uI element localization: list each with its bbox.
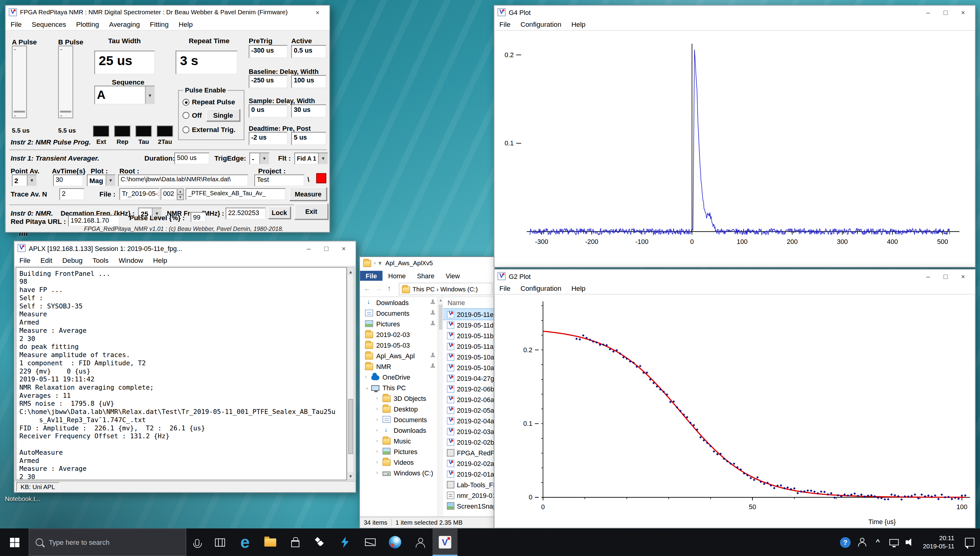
clock[interactable]: 20:11 2019-05-11 bbox=[919, 534, 959, 550]
store-icon[interactable] bbox=[282, 529, 307, 556]
file-row[interactable]: FPGA_RedPitaya bbox=[443, 447, 495, 458]
project-value[interactable]: Test bbox=[255, 175, 304, 186]
scroll-up-icon[interactable]: ▲ bbox=[347, 268, 354, 275]
b-pulse-slider[interactable] bbox=[58, 45, 73, 118]
aplx-titlebar[interactable]: APLX [192.168.1.133] Session 1: 2019-05-… bbox=[14, 241, 356, 255]
sequence-select[interactable]: A ▼ bbox=[94, 86, 155, 105]
tree-item-videos[interactable]: ›Videos bbox=[360, 457, 437, 467]
close-icon[interactable]: × bbox=[954, 270, 972, 283]
a-pulse-slider[interactable] bbox=[12, 45, 27, 118]
file-row[interactable]: nmr_2019-01-28 bbox=[443, 490, 495, 500]
sidebar-item-pictures[interactable]: Pictures bbox=[360, 318, 437, 329]
single-button[interactable]: Single bbox=[206, 109, 240, 121]
aplx-scrollbar[interactable]: ▲ ▼ bbox=[347, 267, 355, 480]
column-header-name[interactable]: Name bbox=[443, 297, 495, 309]
maximize-icon[interactable]: □ bbox=[318, 241, 335, 255]
tree-item-pictures[interactable]: ›Pictures bbox=[360, 446, 437, 457]
qat-dropdown-icon[interactable]: ▾ bbox=[379, 259, 382, 266]
chevron-down-icon[interactable]: ▼ bbox=[105, 175, 115, 186]
sidebar-item-documents[interactable]: Documents bbox=[360, 308, 437, 318]
mail-icon[interactable] bbox=[358, 529, 382, 556]
tree-item-onedrive[interactable]: ›OneDrive bbox=[360, 372, 437, 382]
root-value[interactable]: C:\home\jbww\Data.lab\NMR\Relax.dat\ bbox=[118, 175, 248, 186]
file-explorer-icon[interactable] bbox=[258, 529, 282, 556]
maximize-icon[interactable]: □ bbox=[937, 6, 954, 19]
project-color-swatch[interactable] bbox=[316, 173, 326, 183]
up-icon[interactable]: ↑ bbox=[388, 285, 391, 292]
chevron-icon[interactable]: › bbox=[376, 406, 383, 412]
trace-av-value[interactable]: 2 bbox=[59, 188, 84, 200]
menu-item-help[interactable]: Help bbox=[174, 19, 198, 29]
close-icon[interactable]: × bbox=[309, 6, 326, 19]
repeat-time-value[interactable]: 3 s bbox=[176, 51, 238, 74]
url-value[interactable]: 192.168.1.70 bbox=[68, 215, 119, 226]
menu-item-file[interactable]: File bbox=[494, 19, 515, 29]
sidebar-item-2019-02-03[interactable]: 2019-02-03 bbox=[360, 329, 437, 340]
help-tray-button[interactable]: ? bbox=[837, 529, 853, 556]
sidebar-item-2019-05-03[interactable]: 2019-05-03 bbox=[360, 339, 437, 350]
lock-button[interactable]: Lock bbox=[268, 207, 290, 219]
spin-up-icon[interactable]: ▲ bbox=[177, 188, 184, 194]
duration-value[interactable]: 500 us bbox=[174, 153, 210, 165]
menu-item-configuration[interactable]: Configuration bbox=[516, 283, 566, 293]
explorer-titlebar[interactable]: ▫ ▾ Apl_Aws_AplXv5 bbox=[360, 257, 494, 268]
menu-item-help[interactable]: Help bbox=[566, 283, 590, 293]
menu-item-plotting[interactable]: Plotting bbox=[71, 19, 104, 29]
ribbon-tab-file[interactable]: File bbox=[360, 271, 382, 281]
deadtime-pre-value[interactable]: -2 us bbox=[249, 132, 287, 145]
menu-item-window[interactable]: Window bbox=[114, 255, 148, 265]
nav-scroll-up-icon[interactable]: ▲ bbox=[438, 298, 442, 302]
menu-item-configuration[interactable]: Configuration bbox=[516, 19, 566, 29]
chevron-icon[interactable]: › bbox=[365, 374, 371, 380]
qat-pin-icon[interactable]: ▫ bbox=[374, 259, 376, 266]
scroll-down-icon[interactable]: ▼ bbox=[347, 472, 354, 480]
minimize-icon[interactable]: – bbox=[300, 241, 318, 255]
chevron-icon[interactable]: › bbox=[376, 459, 383, 465]
baseline-delay-value[interactable]: -250 us bbox=[249, 75, 287, 88]
file-row[interactable]: Lab-Tools_FPGA bbox=[443, 479, 495, 490]
file-row[interactable]: Screen1Snapsho bbox=[443, 500, 495, 511]
chevron-icon[interactable]: ⌄ bbox=[365, 385, 371, 391]
chevron-icon[interactable]: › bbox=[376, 427, 383, 433]
nmr-freq-value[interactable]: 22.520253 bbox=[226, 208, 266, 220]
chevron-down-icon[interactable]: ▼ bbox=[27, 175, 36, 186]
file-row[interactable]: 2019-02-06b_fpg bbox=[443, 383, 495, 394]
start-button[interactable] bbox=[0, 529, 29, 556]
file-row[interactable]: 2019-02-04a - fr bbox=[443, 415, 495, 426]
ribbon-tab-share[interactable]: Share bbox=[411, 271, 440, 281]
g2-titlebar[interactable]: G2 Plot – □ × bbox=[494, 270, 975, 283]
flt-select[interactable]: Fid A 1 ▼ bbox=[294, 153, 328, 165]
chevron-icon[interactable]: › bbox=[376, 448, 383, 454]
menu-item-fitting[interactable]: Fitting bbox=[145, 19, 174, 29]
people-tray-button[interactable] bbox=[854, 529, 870, 556]
menu-item-file[interactable]: File bbox=[14, 255, 35, 265]
file-row[interactable]: 2019-02-01a - fr bbox=[443, 469, 495, 479]
desktop-icon-notebook-label[interactable]: Notebook.t... bbox=[5, 495, 40, 502]
file-row[interactable]: 2019-05-10a_old bbox=[443, 362, 495, 373]
file-row[interactable]: 2019-05-11b_fpg bbox=[443, 330, 495, 341]
off-radio[interactable] bbox=[182, 112, 189, 119]
g2-plot-area[interactable]: 00.10.2050100Time {us} bbox=[495, 295, 974, 527]
chevron-icon[interactable]: › bbox=[376, 395, 383, 401]
tau-width-value[interactable]: 25 us bbox=[94, 51, 155, 74]
g4-plot-area[interactable]: 0.10.2-300-200-1000100200300400500 bbox=[495, 31, 974, 267]
g4-titlebar[interactable]: G4 Plot – □ × bbox=[494, 6, 975, 19]
ribbon-tab-view[interactable]: View bbox=[440, 271, 465, 281]
scrollbar-thumb[interactable] bbox=[348, 399, 353, 454]
repeat-pulse-radio[interactable] bbox=[182, 99, 189, 106]
chevron-icon[interactable]: › bbox=[376, 438, 383, 443]
chevron-icon[interactable]: › bbox=[376, 470, 383, 475]
file-suffix-value[interactable]: _PTFE_Sealex_AB_Tau_Av_ bbox=[186, 188, 286, 200]
nav-scrollbar[interactable]: ▲ bbox=[437, 297, 443, 517]
edge-icon[interactable] bbox=[232, 529, 258, 556]
file-row[interactable]: 2019-05-10a_fpg bbox=[443, 352, 495, 362]
chevron-down-icon[interactable]: ▼ bbox=[259, 153, 269, 164]
file-row[interactable]: 2019-05-11e_fpg bbox=[443, 309, 495, 320]
chevron-down-icon[interactable]: ▼ bbox=[318, 153, 328, 164]
search-input[interactable]: Type here to search bbox=[29, 529, 186, 556]
exit-button[interactable]: Exit bbox=[294, 203, 328, 219]
people-icon[interactable] bbox=[408, 529, 432, 556]
active-value[interactable]: 0.5 us bbox=[291, 45, 326, 58]
external-trig-radio[interactable] bbox=[182, 126, 189, 133]
photos-icon[interactable] bbox=[382, 529, 407, 556]
